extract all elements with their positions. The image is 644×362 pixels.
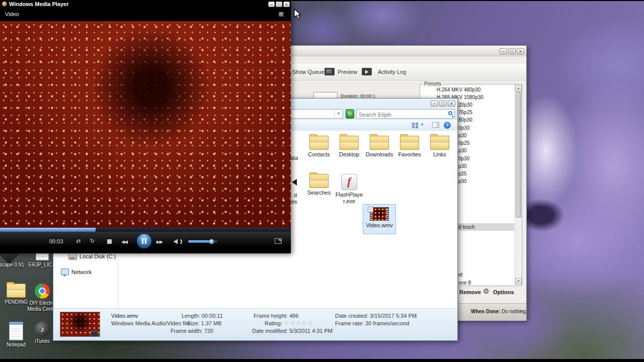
seek-progress	[0, 228, 96, 232]
preview-tv-icon[interactable]	[325, 68, 335, 75]
activity-log-button[interactable]: Activity Log	[378, 69, 406, 75]
minimize-button[interactable]: –	[500, 48, 507, 54]
preview-button[interactable]: Preview	[338, 69, 357, 75]
preset-item[interactable]: p30	[458, 178, 467, 185]
preview-pane-icon[interactable]	[432, 122, 439, 128]
folder-icon	[7, 284, 26, 298]
video-playback-area	[0, 21, 291, 228]
close-button[interactable]: ×	[517, 48, 524, 54]
notepad-icon	[9, 322, 23, 340]
file-label: Searches	[304, 190, 334, 196]
preset-item[interactable]: p30	[458, 163, 467, 169]
volume-thumb[interactable]	[209, 239, 214, 244]
file-item-video-selected[interactable]: ✓ Video.wmv	[363, 204, 396, 234]
nav-item-local-disk[interactable]: Local Disk (C:)	[68, 253, 116, 260]
file-item-links[interactable]: Links	[425, 136, 455, 158]
preset-item[interactable]: one 8	[458, 280, 471, 286]
layout-grid-icon[interactable]: ▦	[279, 11, 284, 17]
preset-item[interactable]: H.264 MKV 480p30	[437, 86, 480, 93]
preset-item[interactable]: p30	[458, 147, 467, 154]
file-item-favorites[interactable]: Favorites	[394, 136, 425, 158]
preset-item[interactable]: 0p30	[458, 125, 469, 131]
file-item-downloads[interactable]: Downloads	[364, 136, 394, 158]
frame-rate: Frame rate: 30 frames/second	[335, 320, 409, 326]
chrome-style-icon	[35, 284, 50, 299]
mouse-cursor	[294, 9, 304, 21]
show-queue-button[interactable]: Show Queue	[292, 69, 325, 75]
preset-item[interactable]: 20p30	[458, 102, 472, 108]
scrollbar-thumb[interactable]	[516, 92, 521, 218]
activity-log-icon[interactable]	[362, 68, 372, 75]
search-box	[356, 109, 455, 119]
next-button[interactable]: ▶▶	[156, 239, 163, 244]
search-icon[interactable]	[448, 111, 452, 115]
repeat-button[interactable]: ↻	[90, 238, 95, 244]
selection-checkbox[interactable]: ✓	[368, 207, 373, 212]
preset-item[interactable]: p25	[458, 170, 467, 177]
maximize-button[interactable]: □	[276, 2, 282, 7]
window-title: Windows Media Player	[9, 1, 69, 7]
date-modified: Date modified: 5/3/2011 4:31 PM	[252, 328, 333, 334]
partial-file-label: d	[294, 192, 297, 198]
desktop-icon-label: nkscape 0.91	[0, 262, 30, 268]
preset-item[interactable]: et	[458, 272, 462, 278]
media-player-window: Windows Media Player –□× Video ▦ 00:03 ⇄…	[0, 0, 291, 253]
previous-button[interactable]: ◀◀	[121, 239, 127, 244]
stop-button[interactable]	[107, 239, 112, 244]
menu-item-video[interactable]: Video	[5, 11, 19, 17]
explorer-caption-buttons: –□×	[430, 100, 455, 107]
length: Length: 00:00:11	[182, 313, 223, 319]
letterbox-bottom	[0, 359, 644, 362]
file-item-searches[interactable]: Searches	[304, 174, 334, 196]
file-item-flashplayer[interactable]: f FlashPlayer.exe	[334, 174, 364, 205]
file-item-desktop[interactable]: Desktop	[334, 136, 364, 158]
seek-bar[interactable]	[0, 228, 291, 232]
folder-icon	[370, 136, 389, 150]
mute-button[interactable]	[174, 239, 179, 244]
close-button[interactable]: ×	[283, 2, 290, 7]
file-name: Video.wmv	[111, 313, 138, 319]
views-dropdown-icon[interactable]: ▾	[421, 122, 423, 127]
scroll-down-button[interactable]: ▼	[515, 278, 522, 285]
when-done-label: When Done:	[471, 309, 500, 314]
help-icon[interactable]: ?	[444, 122, 451, 129]
fullscreen-button[interactable]	[275, 238, 282, 244]
flash-player-icon: f	[341, 174, 357, 190]
selected-preset-label: d touch	[458, 224, 475, 230]
minimize-button[interactable]: –	[268, 2, 275, 7]
remove-button[interactable]: Remove	[459, 289, 481, 295]
date-created: Date created: 3/15/2017 5:34 PM	[335, 313, 417, 319]
minimize-button[interactable]: –	[431, 101, 438, 107]
shuffle-button[interactable]: ⇄	[76, 238, 80, 244]
file-label: Contacts	[304, 151, 334, 158]
drive-icon	[68, 253, 77, 260]
nav-item-network[interactable]: Network	[61, 268, 92, 275]
volume-slider[interactable]	[188, 240, 217, 243]
scroll-up-button[interactable]: ▲	[515, 85, 522, 92]
preset-item[interactable]: p30	[458, 132, 467, 139]
pause-button[interactable]	[136, 233, 152, 249]
when-done-dropdown[interactable]: Do nothing	[502, 309, 526, 314]
folder-icon	[309, 174, 329, 188]
views-icon[interactable]	[412, 123, 415, 125]
size: Size: 1.37 MB	[187, 320, 221, 326]
partial-icon	[292, 179, 297, 186]
preset-item[interactable]: 80p30	[458, 117, 472, 123]
address-dropdown-button[interactable]: ▾	[334, 110, 343, 118]
preset-item[interactable]: 76p25	[458, 109, 472, 116]
folder-icon	[400, 136, 419, 150]
folder-icon	[430, 136, 449, 150]
preset-item[interactable]: 0p30	[458, 155, 469, 162]
file-item-contacts[interactable]: Contacts	[304, 136, 334, 158]
preset-item[interactable]: 0p25	[458, 140, 469, 146]
presets-scrollbar[interactable]: ▲ ▼	[515, 85, 522, 285]
media-badge-icon	[91, 331, 99, 337]
maximize-button[interactable]: □	[508, 48, 516, 54]
close-button[interactable]: ×	[448, 101, 455, 107]
rating-stars[interactable]: ☆☆☆☆☆	[284, 319, 313, 326]
search-input[interactable]	[358, 110, 444, 119]
refresh-button[interactable]: ↻	[346, 109, 354, 119]
maximize-button[interactable]: □	[439, 101, 447, 107]
file-label: Links	[425, 151, 455, 158]
options-button[interactable]: Options	[493, 289, 514, 295]
